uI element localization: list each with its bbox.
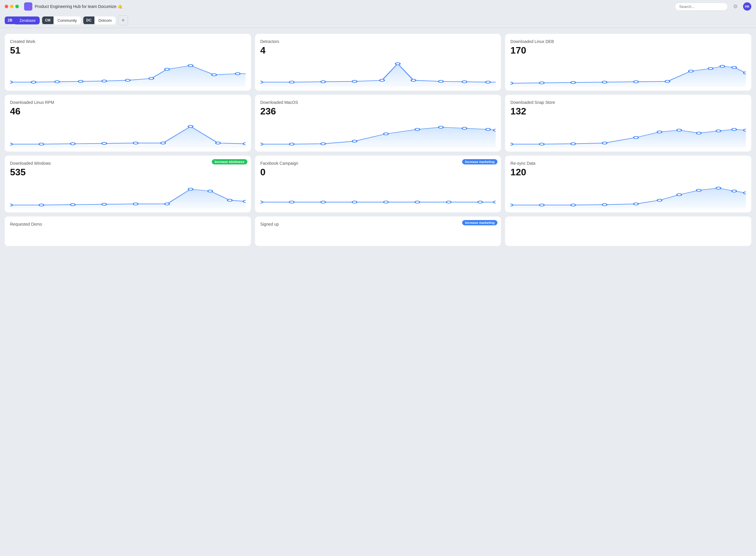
card-title: Re-sync Data [510, 161, 746, 166]
card-facebook-campaign: Increase marketing Facebook Campaign 0 [255, 155, 501, 212]
svg-point-76 [384, 201, 388, 203]
tab-label-zb: Zerabase [15, 16, 40, 25]
svg-point-52 [540, 143, 544, 145]
svg-point-29 [720, 65, 725, 68]
chart-windows [10, 180, 246, 209]
card-value: 51 [10, 45, 246, 56]
chart-snap-store [510, 119, 746, 148]
svg-point-62 [10, 204, 12, 206]
svg-point-50 [493, 129, 496, 132]
svg-point-84 [603, 204, 607, 206]
card-value: 4 [260, 45, 496, 56]
svg-point-31 [744, 72, 746, 74]
svg-point-35 [102, 142, 107, 145]
card-macos: Downloaded MacOS 236 [255, 95, 501, 151]
svg-point-57 [677, 129, 682, 132]
svg-point-8 [188, 64, 193, 67]
svg-point-85 [634, 203, 638, 205]
svg-point-23 [571, 81, 576, 84]
svg-point-27 [689, 70, 693, 72]
chart-macos [260, 119, 496, 148]
svg-point-37 [160, 142, 165, 144]
svg-point-16 [395, 63, 400, 65]
svg-point-90 [732, 190, 736, 193]
svg-point-75 [352, 201, 357, 203]
badge-increase-marketing-fb: Increase marketing [462, 159, 497, 165]
card-title: Signed up [260, 222, 496, 227]
svg-point-7 [165, 68, 170, 71]
card-title: Downloaded Snap Store [510, 100, 746, 105]
svg-point-14 [352, 80, 357, 83]
svg-point-11 [260, 81, 263, 83]
svg-point-0 [10, 81, 12, 83]
minimize-button[interactable] [10, 5, 13, 8]
svg-point-10 [235, 73, 240, 75]
card-title: Requested Demo [10, 222, 246, 227]
svg-point-18 [438, 80, 443, 83]
bottom-partial-cards: Requested Demo Increase marketing Signed… [5, 216, 751, 246]
svg-point-44 [352, 140, 357, 142]
card-value: 132 [510, 106, 746, 117]
svg-point-32 [10, 143, 12, 145]
svg-point-42 [289, 143, 294, 145]
tab-community[interactable]: CM Community [42, 16, 81, 25]
tab-label-dc: Dotcom [95, 16, 116, 25]
svg-point-63 [39, 204, 44, 206]
svg-point-38 [188, 125, 193, 128]
svg-point-5 [125, 79, 130, 81]
card-value: 120 [510, 167, 746, 178]
svg-point-51 [510, 143, 513, 145]
svg-point-3 [78, 80, 83, 83]
card-requested-demo: Requested Demo [5, 216, 251, 246]
main-content: Created Work 51 [0, 28, 756, 252]
svg-point-89 [716, 187, 721, 189]
card-resync-data: Re-sync Data 120 [505, 155, 751, 212]
svg-point-81 [510, 204, 513, 206]
svg-point-70 [227, 199, 232, 202]
search-input[interactable] [675, 3, 728, 10]
svg-point-61 [744, 129, 746, 132]
card-value: 170 [510, 45, 746, 56]
svg-point-45 [384, 133, 388, 135]
app-title: Product Engineering Hub for team Documiz… [35, 4, 123, 9]
add-tab-button[interactable]: + [118, 15, 128, 25]
svg-point-83 [571, 204, 576, 206]
svg-point-33 [39, 143, 44, 145]
svg-point-88 [696, 189, 701, 192]
svg-point-87 [677, 194, 682, 196]
svg-point-56 [657, 131, 662, 133]
svg-point-17 [411, 79, 416, 81]
svg-point-78 [446, 201, 451, 203]
svg-point-48 [462, 127, 467, 130]
tab-badge-cm: CM [42, 16, 53, 24]
card-title: Created Work [10, 39, 246, 44]
svg-point-53 [571, 143, 576, 145]
tab-zerabase[interactable]: ZB Zerabase [5, 16, 40, 25]
tab-badge-zb: ZB [5, 16, 15, 24]
maximize-button[interactable] [15, 5, 19, 8]
card-title: Facebook Campaign [260, 161, 496, 166]
svg-point-19 [462, 80, 467, 83]
gear-icon[interactable]: ⚙ [731, 2, 740, 10]
svg-point-65 [102, 203, 107, 206]
svg-point-15 [380, 79, 384, 81]
card-title: Downloaded Windows [10, 161, 246, 166]
svg-point-46 [415, 128, 420, 131]
tab-dotcom[interactable]: DC Dotcom [83, 16, 116, 25]
close-button[interactable] [5, 5, 8, 8]
chart-linux-deb [510, 58, 746, 88]
card-signed-up: Increase marketing Signed up [255, 216, 501, 246]
svg-point-22 [540, 82, 544, 84]
card-title: Detractors [260, 39, 496, 44]
card-snap-store: Downloaded Snap Store 132 [505, 95, 751, 151]
chart-facebook [260, 180, 496, 209]
svg-point-82 [540, 204, 544, 206]
svg-point-12 [289, 81, 294, 83]
card-detractors: Detractors 4 [255, 34, 501, 91]
card-value: 236 [260, 106, 496, 117]
svg-point-67 [165, 203, 170, 205]
svg-point-58 [696, 132, 701, 134]
card-value: 535 [10, 167, 246, 178]
avatar[interactable]: HK [743, 2, 751, 10]
card-empty [505, 216, 751, 246]
